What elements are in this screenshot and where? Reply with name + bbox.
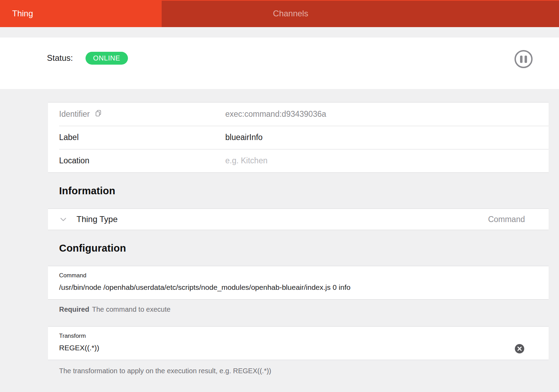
pause-button[interactable] [515,50,533,68]
location-label-wrap: Location [48,156,225,165]
chevron-down-icon [59,215,67,223]
thing-type-value: Command [488,215,525,224]
required-label: Required [59,305,89,313]
tab-thing[interactable]: Thing [0,0,162,27]
identity-card: Identifier exec:command:d93439036a Label… [48,102,549,173]
location-row: Location [48,149,549,172]
identifier-label-wrap: Identifier [48,109,225,119]
configuration-section-title: Configuration [59,243,549,254]
pause-icon [520,56,522,63]
identifier-row: Identifier exec:command:d93439036a [48,103,549,126]
status-badge: ONLINE [86,52,128,65]
tab-thing-label: Thing [12,9,33,18]
command-input[interactable] [59,282,537,292]
label-row: Label [48,126,549,149]
command-helper-text: RequiredThe command to execute [59,305,549,313]
transform-helper-text: The transformation to apply on the execu… [59,367,549,375]
command-field-card: Command [48,266,549,300]
status-label: Status: [47,53,73,63]
label-label-wrap: Label [48,133,225,142]
copy-icon[interactable] [95,109,102,119]
thing-detail-page: Thing Channels Status: ONLINE Identifier [0,0,559,392]
transform-field-card: Transform [48,326,549,360]
thing-type-row[interactable]: Thing Type Command [48,209,549,230]
transform-field-label: Transform [59,332,537,340]
transform-help: The transformation to apply on the execu… [59,367,271,375]
status-row: Status: ONLINE [47,49,559,67]
identifier-label: Identifier [59,109,90,119]
identifier-value: exec:command:d93439036a [225,109,549,119]
clear-circle-icon[interactable] [515,344,524,353]
label-input[interactable] [225,131,549,145]
tab-channels[interactable]: Channels [162,0,559,27]
thing-type-label: Thing Type [76,214,488,224]
tab-channels-label: Channels [273,9,308,18]
information-section-title: Information [59,185,549,197]
transform-input[interactable] [59,343,537,353]
location-input[interactable] [225,154,549,168]
tabbar: Thing Channels [0,0,559,27]
location-label: Location [59,156,89,165]
label-label: Label [59,133,79,142]
command-help: The command to execute [92,305,171,313]
pause-icon [525,56,527,63]
command-field-label: Command [59,271,537,279]
status-block: Status: ONLINE [0,38,559,89]
